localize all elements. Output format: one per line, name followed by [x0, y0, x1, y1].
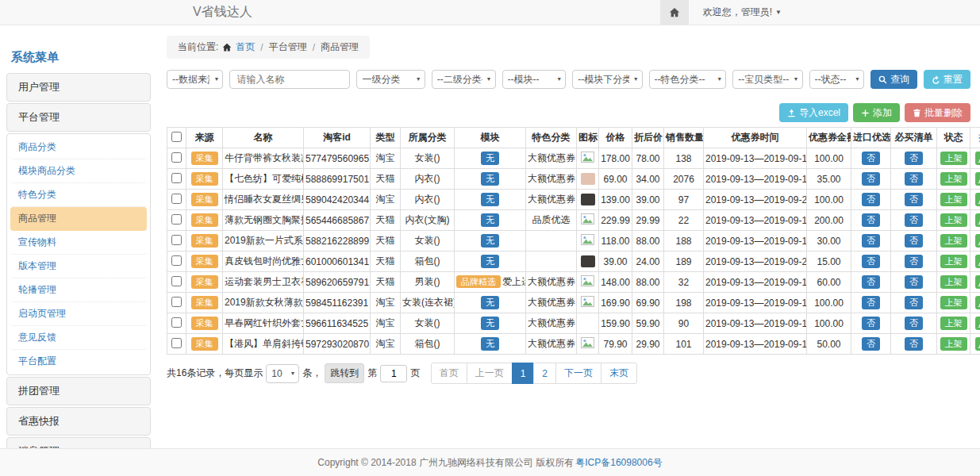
edit-button[interactable] [975, 296, 980, 309]
import-select-toggle[interactable]: 否 [862, 152, 880, 164]
row-checkbox[interactable] [171, 297, 182, 307]
cell-ops [970, 169, 980, 190]
edit-button[interactable] [975, 172, 980, 186]
must-buy-toggle[interactable]: 否 [905, 152, 923, 164]
status-badge[interactable]: 上架 [940, 172, 967, 185]
row-checkbox[interactable] [171, 255, 182, 266]
cell-discount-price: 24.00 [632, 251, 664, 272]
sidebar-item-5[interactable]: 版本管理 [10, 255, 147, 278]
row-checkbox[interactable] [171, 173, 182, 183]
must-buy-toggle[interactable]: 否 [905, 317, 923, 329]
row-checkbox[interactable] [171, 214, 182, 225]
must-buy-toggle[interactable]: 否 [905, 193, 923, 205]
page-button-下一页[interactable]: 下一页 [555, 363, 601, 384]
row-checkbox[interactable] [171, 338, 182, 348]
edit-button[interactable] [975, 213, 980, 227]
page-button-上一页[interactable]: 上一页 [467, 363, 513, 384]
must-buy-toggle[interactable]: 否 [905, 255, 923, 267]
search-button[interactable]: 查询 [870, 70, 917, 89]
import-select-toggle[interactable]: 否 [862, 255, 880, 267]
edit-button[interactable] [975, 337, 980, 351]
row-checkbox[interactable] [171, 152, 182, 163]
status-badge[interactable]: 上架 [940, 152, 967, 164]
cell-price: 139.00 [599, 190, 632, 210]
must-buy-toggle[interactable]: 否 [905, 234, 923, 247]
home-button[interactable] [660, 0, 689, 25]
edit-button[interactable] [975, 255, 980, 268]
reset-button[interactable]: 重置 [924, 70, 970, 89]
cell-checkbox [167, 293, 186, 313]
status-badge[interactable]: 上架 [940, 234, 967, 247]
edit-button[interactable] [975, 152, 980, 165]
row-checkbox[interactable] [171, 317, 182, 328]
status-select[interactable]: --状态-- [809, 70, 865, 89]
sidebar-item-9[interactable]: 平台配置 [10, 350, 147, 373]
import-select-toggle[interactable]: 否 [862, 213, 880, 226]
status-badge[interactable]: 上架 [940, 275, 967, 288]
sidebar-section-1[interactable]: 平台管理 [6, 103, 151, 132]
jump-button[interactable]: 跳转到 [325, 363, 364, 383]
must-buy-toggle[interactable]: 否 [905, 296, 923, 309]
sidebar-item-8[interactable]: 意见反馈 [10, 326, 147, 350]
edit-button[interactable] [975, 234, 980, 248]
sidebar-item-0[interactable]: 商品分类 [10, 136, 147, 159]
status-badge[interactable]: 上架 [940, 317, 967, 329]
import-select-toggle[interactable]: 否 [862, 275, 880, 288]
name-input[interactable] [229, 70, 350, 89]
page-size-select[interactable]: 10 [266, 364, 299, 383]
import-select-toggle[interactable]: 否 [862, 234, 880, 247]
jump-page-input[interactable] [380, 365, 407, 382]
level1-category-select[interactable]: 一级分类 [356, 70, 425, 89]
sidebar-section-4[interactable]: 省惠快报 [6, 407, 151, 436]
import-select-toggle[interactable]: 否 [862, 337, 880, 350]
sidebar-item-1[interactable]: 模块商品分类 [10, 159, 147, 183]
module-select[interactable]: --模块-- [502, 70, 567, 89]
page-button-1[interactable]: 1 [512, 363, 535, 384]
edit-button[interactable] [975, 317, 980, 330]
cell-type: 淘宝 [371, 148, 401, 169]
cell-sales: 101 [664, 334, 704, 355]
must-buy-toggle[interactable]: 否 [905, 275, 923, 288]
sidebar-item-2[interactable]: 特色分类 [10, 183, 147, 207]
status-badge[interactable]: 上架 [940, 296, 967, 309]
row-checkbox[interactable] [171, 235, 182, 245]
page-button-2[interactable]: 2 [533, 363, 556, 384]
sidebar-section-0[interactable]: 用户管理 [6, 73, 151, 102]
edit-button[interactable] [975, 275, 980, 289]
item-type-select[interactable]: --宝贝类型-- [732, 70, 802, 89]
icp-link[interactable]: 粤ICP备16098006号 [575, 456, 662, 470]
page-button-首页[interactable]: 首页 [431, 363, 467, 384]
status-badge[interactable]: 上架 [940, 337, 967, 350]
sidebar-item-7[interactable]: 启动页管理 [10, 302, 147, 326]
batch-delete-button[interactable]: 批量删除 [905, 103, 970, 122]
add-button[interactable]: 添加 [853, 103, 900, 122]
row-checkbox[interactable] [171, 276, 182, 286]
feature-category-select[interactable]: --特色分类-- [649, 70, 727, 89]
import-excel-button[interactable]: 导入excel [779, 103, 848, 122]
sidebar-item-3[interactable]: 商品管理 [10, 207, 147, 231]
import-select-toggle[interactable]: 否 [862, 193, 880, 205]
sidebar-item-6[interactable]: 轮播管理 [10, 278, 147, 302]
cell-taoke-id: 565446685867 [304, 210, 371, 231]
status-badge[interactable]: 上架 [940, 193, 967, 205]
edit-button[interactable] [975, 193, 980, 206]
must-buy-toggle[interactable]: 否 [905, 172, 923, 185]
sidebar-section-3[interactable]: 拼团管理 [6, 377, 151, 405]
data-source-select[interactable]: --数据来源-- [167, 70, 223, 89]
user-menu[interactable]: 欢迎您，管理员! ▼ [689, 6, 980, 19]
import-select-toggle[interactable]: 否 [862, 296, 880, 309]
must-buy-toggle[interactable]: 否 [905, 337, 923, 350]
module-sub-category-select[interactable]: --模块下分类-- [572, 70, 642, 89]
breadcrumb-home-link[interactable]: 首页 [236, 40, 255, 54]
page-button-末页[interactable]: 末页 [601, 363, 637, 384]
status-badge[interactable]: 上架 [940, 255, 967, 267]
product-name: 情侣睡衣女夏丝绸男士... [225, 194, 304, 205]
sidebar-item-4[interactable]: 宣传物料 [10, 231, 147, 255]
must-buy-toggle[interactable]: 否 [905, 213, 923, 226]
select-all-checkbox[interactable] [171, 132, 182, 142]
row-checkbox[interactable] [171, 194, 182, 204]
level2-category-select[interactable]: --二级分类-- [432, 70, 496, 89]
import-select-toggle[interactable]: 否 [862, 172, 880, 185]
status-badge[interactable]: 上架 [940, 213, 967, 226]
import-select-toggle[interactable]: 否 [862, 317, 880, 329]
